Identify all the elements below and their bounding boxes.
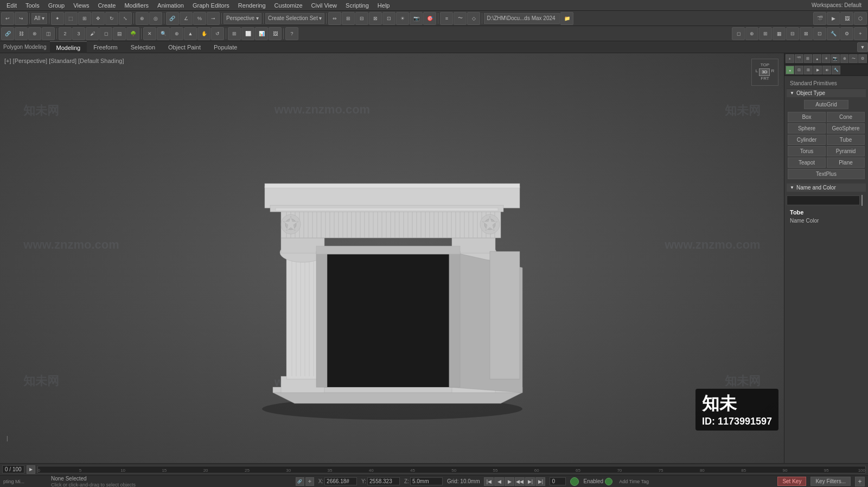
create-selection-set[interactable]: Create Selection Set ▾: [265, 13, 325, 24]
pan[interactable]: ✋: [197, 27, 210, 40]
link-button[interactable]: 🔗: [1, 27, 14, 40]
rt-icon9[interactable]: ⚙: [840, 27, 853, 40]
play-button[interactable]: ▶: [505, 477, 514, 486]
place-highlight[interactable]: ☀: [396, 12, 409, 25]
z-input[interactable]: [410, 477, 443, 485]
menu-modifiers[interactable]: Modifiers: [120, 0, 153, 11]
material-editor[interactable]: ⬡: [854, 12, 867, 25]
schematic-view[interactable]: ◇: [467, 12, 480, 25]
help-button[interactable]: ?: [285, 27, 298, 40]
rp-spacewarp-icon[interactable]: 〜: [849, 54, 858, 63]
pyramid-button[interactable]: Pyramid: [827, 146, 865, 156]
rt-icon8[interactable]: 🔧: [827, 27, 840, 40]
geosphere-button[interactable]: GeoSphere: [827, 123, 865, 134]
open-file-btn[interactable]: 📁: [560, 12, 573, 25]
object-name-input[interactable]: [787, 195, 860, 205]
obj-paint[interactable]: 🖌: [86, 27, 99, 40]
go-start-button[interactable]: |◀: [484, 477, 494, 486]
next-frame-button[interactable]: ▶|: [525, 477, 535, 486]
spinner-snap[interactable]: ⊸: [207, 12, 220, 25]
pivot-button[interactable]: ◎: [149, 12, 162, 25]
mode-options[interactable]: ▼: [857, 42, 868, 52]
orbit[interactable]: ↺: [211, 27, 224, 40]
menu-views[interactable]: Views: [69, 0, 93, 11]
rp-tab-hierarchy[interactable]: ⊞: [804, 66, 813, 74]
ribbon-toggle[interactable]: ▤: [113, 27, 126, 40]
tab-modeling[interactable]: Modeling: [50, 41, 87, 53]
menu-tools[interactable]: Tools: [21, 0, 44, 11]
rt-icon7[interactable]: ⊡: [813, 27, 826, 40]
snaps-toggle[interactable]: 🔗: [166, 12, 179, 25]
zoom[interactable]: 🔍: [157, 27, 170, 40]
menu-edit[interactable]: Edit: [2, 0, 21, 11]
teapot-button[interactable]: Teapot: [788, 157, 826, 168]
viewport-bg2[interactable]: 🖼: [269, 27, 282, 40]
mirror-button[interactable]: ⇔: [328, 12, 341, 25]
tab-object-paint[interactable]: Object Paint: [162, 41, 207, 53]
rt-icon6[interactable]: ⊠: [800, 27, 813, 40]
menu-group[interactable]: Group: [44, 0, 69, 11]
rp-sphere-icon[interactable]: ●: [813, 54, 821, 63]
timeline-track[interactable]: 0 5 10 15 20 25 30 35 40 45 50 55 60 65 …: [37, 466, 866, 473]
plane-button[interactable]: Plane: [827, 157, 865, 168]
tab-selection[interactable]: Selection: [124, 41, 162, 53]
menu-create[interactable]: Create: [93, 0, 120, 11]
viewport-canvas[interactable]: 知未网 www.znzmo.com 知未网 www.znzmo.com 知未网 …: [0, 53, 784, 463]
viewport[interactable]: [+] [Perspective] [Standard] [Default Sh…: [0, 53, 784, 463]
rt-icon10[interactable]: +: [854, 27, 867, 40]
scale-button[interactable]: ⤡: [119, 12, 132, 25]
render-frame[interactable]: 🖼: [840, 12, 853, 25]
cone-button[interactable]: Cone: [827, 112, 865, 122]
play-reverse-button[interactable]: ◀◀: [515, 477, 525, 486]
prev-frame-button[interactable]: ◀: [494, 477, 504, 486]
menu-animation[interactable]: Animation: [153, 0, 188, 11]
rotate-button[interactable]: ↻: [105, 12, 118, 25]
color-swatch[interactable]: [861, 195, 863, 206]
tube-button[interactable]: Tube: [827, 135, 865, 145]
render-setup[interactable]: 🎬: [813, 12, 826, 25]
2d-snap[interactable]: 2: [59, 27, 72, 40]
reference-coord-dropdown[interactable]: ⊕: [136, 12, 149, 25]
crosshair-icon[interactable]: ✛: [305, 477, 314, 486]
rp-tab-utilities[interactable]: 🔧: [832, 66, 840, 74]
rp-plus-icon[interactable]: +: [786, 54, 794, 63]
safe-frames[interactable]: ⬜: [241, 27, 254, 40]
rt-icon5[interactable]: ⊟: [786, 27, 799, 40]
rt-icon1[interactable]: ◻: [732, 27, 745, 40]
percent-snap[interactable]: %: [193, 12, 206, 25]
rp-helper-icon[interactable]: ⊕: [840, 54, 849, 63]
textplus-button[interactable]: TextPlus: [788, 169, 865, 179]
obj-properties[interactable]: ◻: [99, 27, 112, 40]
quick-render[interactable]: ▶: [827, 12, 840, 25]
selection-filter-dropdown[interactable]: All ▾: [31, 13, 47, 24]
menu-scripting[interactable]: Scripting: [341, 0, 373, 11]
align-button[interactable]: ⊟: [355, 12, 368, 25]
rp-tab-create[interactable]: ●: [786, 66, 794, 74]
sphere-button[interactable]: Sphere: [788, 123, 826, 134]
rp-camera-icon[interactable]: 📷: [831, 54, 840, 63]
go-end-button[interactable]: ▶|: [535, 477, 545, 486]
torus-button[interactable]: Torus: [788, 146, 826, 156]
timeline-expand[interactable]: ▶: [27, 465, 35, 474]
menu-help[interactable]: Help: [373, 0, 394, 11]
menu-civil-view[interactable]: Civil View: [307, 0, 341, 11]
object-type-header[interactable]: ▼ Object Type: [787, 89, 866, 97]
align-camera[interactable]: 📷: [410, 12, 423, 25]
rp-render-icon[interactable]: 🎬: [795, 54, 803, 63]
rt-icon3[interactable]: ⊞: [759, 27, 772, 40]
selection-filter2[interactable]: ◫: [42, 27, 55, 40]
current-frame-input[interactable]: [550, 477, 566, 485]
menu-rendering[interactable]: Rendering: [234, 0, 270, 11]
viewport-dropdown[interactable]: Perspective ▾: [224, 13, 261, 24]
cylinder-button[interactable]: Cylinder: [788, 135, 826, 145]
array-button[interactable]: ⊞: [342, 12, 355, 25]
select-region-button[interactable]: ⬚: [65, 12, 78, 25]
y-input[interactable]: [367, 477, 400, 485]
redo-button[interactable]: ↪: [15, 12, 28, 25]
3d-snap[interactable]: 3: [72, 27, 85, 40]
select-object-button[interactable]: ✦: [51, 12, 64, 25]
nav-cube[interactable]: TOP L3DR FRT: [751, 59, 778, 86]
scene-explorer[interactable]: 🌳: [126, 27, 139, 40]
tab-populate[interactable]: Populate: [207, 41, 244, 53]
field-of-view[interactable]: ▲: [184, 27, 197, 40]
